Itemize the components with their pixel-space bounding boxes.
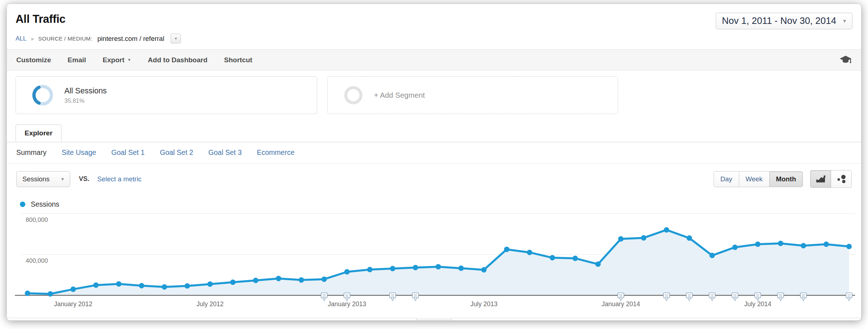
- shortcut-button[interactable]: Shortcut: [224, 56, 252, 64]
- customize-label: Customize: [16, 56, 51, 64]
- annotations-collapse-button[interactable]: [416, 318, 452, 321]
- breadcrumb-dimension-value: pinterest.com / referral: [97, 35, 164, 43]
- chart-point[interactable]: [413, 265, 418, 270]
- tab-strip: Explorer: [7, 124, 861, 142]
- report-frame: All Traffic Nov 1, 2011 - Nov 30, 2014 ▼…: [7, 4, 861, 321]
- x-axis-tick-label: July 2013: [471, 300, 498, 308]
- chart-point[interactable]: [276, 276, 281, 281]
- annotation-marker[interactable]: [663, 293, 669, 301]
- select-a-metric-link[interactable]: Select a metric: [97, 175, 141, 183]
- all-sessions-segment-card[interactable]: All Sessions 35.81%: [16, 76, 317, 114]
- tab-explorer[interactable]: Explorer: [16, 125, 61, 142]
- subnav-goal-set-1[interactable]: Goal Set 1: [111, 148, 145, 157]
- chart-point[interactable]: [139, 283, 144, 288]
- y-axis-tick-label: 400,000: [26, 257, 48, 264]
- annotation-marker[interactable]: [686, 293, 692, 301]
- annotation-marker[interactable]: [778, 293, 784, 301]
- caret-down-icon: ▼: [842, 18, 847, 24]
- chart-point[interactable]: [846, 244, 852, 249]
- add-to-dashboard-button[interactable]: Add to Dashboard: [148, 56, 208, 64]
- annotation-marker[interactable]: [846, 293, 852, 301]
- chart-point[interactable]: [778, 241, 783, 246]
- caret-down-icon: ▼: [60, 177, 65, 181]
- chart-point[interactable]: [230, 279, 235, 285]
- date-range-selector[interactable]: Nov 1, 2011 - Nov 30, 2014 ▼: [716, 13, 852, 29]
- breadcrumb-dropdown-button[interactable]: ▼: [171, 34, 181, 43]
- customize-button[interactable]: Customize: [16, 56, 51, 64]
- chart-legend: Sessions: [7, 190, 861, 209]
- chart-point[interactable]: [71, 287, 76, 292]
- chart-point[interactable]: [184, 283, 190, 289]
- motion-chart-view-button[interactable]: [831, 170, 852, 188]
- breadcrumb-all-link[interactable]: ALL: [16, 35, 26, 42]
- chart-point[interactable]: [435, 264, 441, 269]
- chart-point[interactable]: [824, 241, 829, 247]
- subnav-goal-set-2[interactable]: Goal Set 2: [160, 148, 193, 157]
- export-button[interactable]: Export ▼: [103, 56, 131, 64]
- subnav-goal-set-3[interactable]: Goal Set 3: [208, 148, 242, 157]
- chart-point[interactable]: [299, 277, 304, 283]
- chart-point[interactable]: [801, 243, 806, 248]
- chart-point[interactable]: [344, 269, 350, 275]
- metric-selector-value: Sessions: [22, 175, 50, 183]
- chart-point[interactable]: [367, 267, 373, 272]
- chart-point[interactable]: [550, 255, 555, 261]
- chart-point[interactable]: [641, 235, 646, 241]
- chart-point[interactable]: [390, 266, 395, 271]
- intelligence-button[interactable]: [839, 55, 852, 65]
- metric-selector[interactable]: Sessions ▼: [16, 171, 70, 187]
- caret-down-icon: ▼: [174, 37, 178, 41]
- chart-point[interactable]: [732, 245, 738, 250]
- chart-point[interactable]: [573, 256, 578, 261]
- x-axis-tick-label: January 2014: [602, 300, 640, 308]
- breadcrumb-dimension-label: SOURCE / MEDIUM:: [38, 35, 93, 42]
- annotation-marker[interactable]: [344, 293, 350, 301]
- annotation-marker[interactable]: [321, 293, 327, 301]
- chart-point[interactable]: [686, 235, 692, 241]
- email-button[interactable]: Email: [68, 56, 86, 64]
- annotation-marker[interactable]: [732, 293, 738, 301]
- granularity-month-button[interactable]: Month: [769, 171, 803, 187]
- chart-point[interactable]: [48, 291, 53, 297]
- granularity-day-button[interactable]: Day: [714, 171, 739, 187]
- annotation-marker[interactable]: [755, 293, 761, 301]
- chart-point[interactable]: [253, 278, 259, 283]
- chart-point[interactable]: [481, 267, 487, 273]
- sessions-chart[interactable]: 800,000400,000January 2012July 2012Janua…: [7, 209, 861, 318]
- annotation-marker[interactable]: [800, 293, 807, 301]
- chart-point[interactable]: [504, 246, 510, 252]
- granularity-button-group: Day Week Month: [714, 171, 803, 187]
- chart-point[interactable]: [162, 284, 167, 290]
- export-label: Export: [103, 56, 124, 64]
- subnav-site-usage[interactable]: Site Usage: [61, 148, 96, 157]
- chart-point[interactable]: [116, 281, 122, 287]
- chart-point[interactable]: [93, 282, 99, 288]
- chart-point[interactable]: [527, 250, 532, 255]
- subnav-ecommerce[interactable]: Ecommerce: [257, 148, 294, 157]
- segment-strip: All Sessions 35.81% + Add Segment: [7, 71, 861, 123]
- add-segment-card[interactable]: + Add Segment: [327, 76, 618, 114]
- header: All Traffic Nov 1, 2011 - Nov 30, 2014 ▼: [7, 4, 861, 29]
- annotation-marker[interactable]: [412, 293, 418, 301]
- chart-point[interactable]: [458, 266, 464, 271]
- line-chart-view-button[interactable]: [810, 170, 831, 188]
- annotation-marker[interactable]: [390, 293, 396, 301]
- annotation-marker[interactable]: [709, 293, 715, 301]
- chart-area: 800,000400,000January 2012July 2012Janua…: [7, 209, 861, 321]
- chart-point[interactable]: [595, 261, 601, 267]
- subnav-summary[interactable]: Summary: [16, 148, 46, 157]
- chart-point[interactable]: [322, 277, 327, 282]
- chart-point[interactable]: [25, 291, 30, 296]
- annotation-marker[interactable]: [618, 293, 624, 301]
- chart-footer: [7, 318, 861, 321]
- chart-point[interactable]: [207, 281, 213, 287]
- sessions-legend-dot-icon: [20, 202, 25, 207]
- granularity-week-button[interactable]: Week: [739, 171, 770, 187]
- segment-text: All Sessions 35.81%: [64, 87, 107, 104]
- chart-point[interactable]: [664, 227, 669, 233]
- x-axis-tick-label: January 2012: [54, 300, 92, 308]
- graduation-cap-icon: [839, 55, 852, 65]
- chart-point[interactable]: [618, 236, 624, 242]
- chart-point[interactable]: [710, 253, 715, 258]
- chart-point[interactable]: [755, 241, 761, 247]
